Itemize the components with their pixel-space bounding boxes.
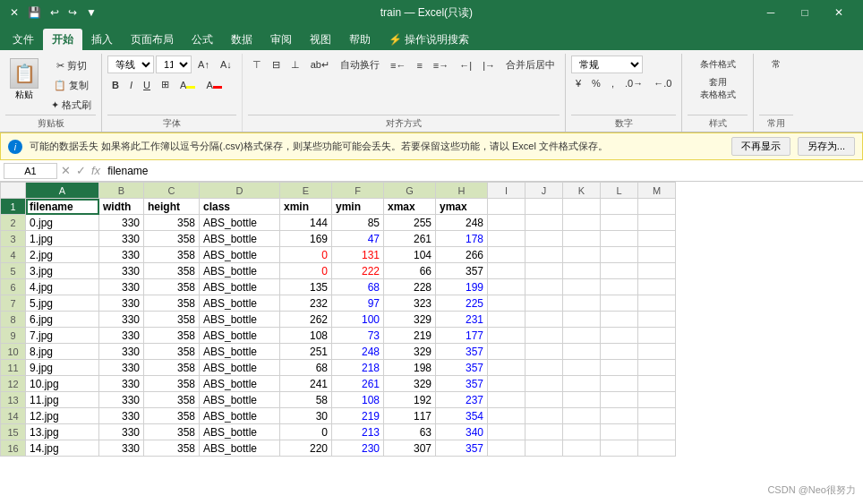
cell-r13-c7[interactable]: 237 <box>436 392 488 408</box>
indent-inc-btn[interactable]: |→ <box>478 56 500 74</box>
save-qa-btn[interactable]: 💾 <box>25 4 44 21</box>
formula-input[interactable] <box>104 165 859 177</box>
redo-qa-btn[interactable]: ↪ <box>65 4 80 21</box>
align-bottom-btn[interactable]: ⊥ <box>286 56 304 74</box>
percent-btn[interactable]: % <box>587 75 605 91</box>
row-header-11[interactable]: 11 <box>1 360 26 376</box>
more-qa-btn[interactable]: ▼ <box>83 4 99 21</box>
cell-r14-c9[interactable] <box>525 408 563 424</box>
increase-font-btn[interactable]: A↑ <box>193 56 214 73</box>
tab-file[interactable]: 文件 <box>4 29 43 50</box>
cell-r6-c0[interactable]: 4.jpg <box>26 279 99 295</box>
edit-btn[interactable]: 常 <box>759 56 793 73</box>
cell-r15-c8[interactable] <box>488 424 525 440</box>
cell-r11-c9[interactable] <box>525 360 563 376</box>
cell-r16-c9[interactable] <box>525 440 563 457</box>
cell-r7-c5[interactable]: 97 <box>332 295 384 312</box>
align-right-btn[interactable]: ≡→ <box>429 56 453 74</box>
cell-r5-c7[interactable]: 357 <box>436 263 488 279</box>
close-btn[interactable]: ✕ <box>822 0 856 25</box>
cell-r1-c6[interactable]: xmax <box>384 199 436 215</box>
bold-btn[interactable]: B <box>107 77 124 93</box>
cell-r10-c8[interactable] <box>488 344 525 360</box>
cell-r9-c3[interactable]: ABS_bottle <box>200 328 280 344</box>
cell-r3-c10[interactable] <box>563 231 601 247</box>
cell-r2-c6[interactable]: 255 <box>384 215 436 231</box>
format-table-btn[interactable]: 套用表格格式 <box>688 73 748 104</box>
cell-r6-c10[interactable] <box>563 279 601 295</box>
cell-r3-c11[interactable] <box>601 231 638 247</box>
cell-r7-c3[interactable]: ABS_bottle <box>200 295 280 312</box>
cell-r2-c8[interactable] <box>488 215 525 231</box>
saveas-btn[interactable]: 另存为... <box>798 137 855 156</box>
cell-r7-c11[interactable] <box>601 295 638 312</box>
autowrap-btn[interactable]: 自动换行 <box>336 56 384 74</box>
cell-r8-c11[interactable] <box>601 312 638 328</box>
cell-r4-c2[interactable]: 358 <box>144 247 200 263</box>
confirm-formula-icon[interactable]: ✓ <box>76 164 86 177</box>
cell-r3-c5[interactable]: 47 <box>332 231 384 247</box>
cell-r4-c5[interactable]: 131 <box>332 247 384 263</box>
cell-r2-c1[interactable]: 330 <box>99 215 144 231</box>
cell-r12-c6[interactable]: 329 <box>384 376 436 392</box>
cell-r6-c3[interactable]: ABS_bottle <box>200 279 280 295</box>
spreadsheet-container[interactable]: A B C D E F G H I J K L M 1filenamewidth… <box>0 182 863 504</box>
cell-r6-c7[interactable]: 199 <box>436 279 488 295</box>
decrease-decimal-btn[interactable]: ←.0 <box>649 75 676 91</box>
row-header-13[interactable]: 13 <box>1 392 26 408</box>
cell-r10-c0[interactable]: 8.jpg <box>26 344 99 360</box>
italic-btn[interactable]: I <box>125 77 137 93</box>
cell-r4-c0[interactable]: 2.jpg <box>26 247 99 263</box>
cell-r12-c7[interactable]: 357 <box>436 376 488 392</box>
cell-r9-c5[interactable]: 73 <box>332 328 384 344</box>
cell-r7-c1[interactable]: 330 <box>99 295 144 312</box>
cell-r14-c0[interactable]: 12.jpg <box>26 408 99 424</box>
cell-r9-c1[interactable]: 330 <box>99 328 144 344</box>
row-header-14[interactable]: 14 <box>1 408 26 424</box>
cell-r15-c7[interactable]: 340 <box>436 424 488 440</box>
cell-r12-c12[interactable] <box>638 376 676 392</box>
font-size-select[interactable]: 11 <box>156 56 192 73</box>
function-icon[interactable]: fx <box>91 164 100 177</box>
copy-btn[interactable]: 📋 复制 <box>47 76 96 95</box>
cell-r15-c0[interactable]: 13.jpg <box>26 424 99 440</box>
cell-r7-c7[interactable]: 225 <box>436 295 488 312</box>
tab-view[interactable]: 视图 <box>301 29 340 50</box>
row-header-1[interactable]: 1 <box>1 199 26 215</box>
conditional-format-btn[interactable]: 条件格式 <box>688 56 748 73</box>
cell-r14-c12[interactable] <box>638 408 676 424</box>
cancel-formula-icon[interactable]: ✕ <box>61 164 71 177</box>
col-B-header[interactable]: B <box>99 183 144 199</box>
cell-r2-c11[interactable] <box>601 215 638 231</box>
cell-r1-c7[interactable]: ymax <box>436 199 488 215</box>
cell-r14-c4[interactable]: 30 <box>280 408 332 424</box>
indent-dec-btn[interactable]: ←| <box>455 56 476 74</box>
cell-r8-c7[interactable]: 231 <box>436 312 488 328</box>
row-header-7[interactable]: 7 <box>1 295 26 312</box>
cell-r12-c9[interactable] <box>525 376 563 392</box>
cell-r5-c0[interactable]: 3.jpg <box>26 263 99 279</box>
cell-r2-c4[interactable]: 144 <box>280 215 332 231</box>
cell-r6-c8[interactable] <box>488 279 525 295</box>
cell-r9-c11[interactable] <box>601 328 638 344</box>
cell-r4-c9[interactable] <box>525 247 563 263</box>
cell-r9-c7[interactable]: 177 <box>436 328 488 344</box>
cell-r15-c3[interactable]: ABS_bottle <box>200 424 280 440</box>
cell-r10-c11[interactable] <box>601 344 638 360</box>
cell-r3-c0[interactable]: 1.jpg <box>26 231 99 247</box>
cell-r13-c10[interactable] <box>563 392 601 408</box>
cell-r8-c3[interactable]: ABS_bottle <box>200 312 280 328</box>
cell-r15-c1[interactable]: 330 <box>99 424 144 440</box>
cell-r16-c3[interactable]: ABS_bottle <box>200 440 280 457</box>
col-E-header[interactable]: E <box>280 183 332 199</box>
cell-r6-c5[interactable]: 68 <box>332 279 384 295</box>
tab-help[interactable]: 帮助 <box>340 29 380 50</box>
cell-r2-c10[interactable] <box>563 215 601 231</box>
cell-r10-c1[interactable]: 330 <box>99 344 144 360</box>
cell-r5-c10[interactable] <box>563 263 601 279</box>
cell-r11-c0[interactable]: 9.jpg <box>26 360 99 376</box>
col-C-header[interactable]: C <box>144 183 200 199</box>
cell-r14-c2[interactable]: 358 <box>144 408 200 424</box>
cell-r13-c0[interactable]: 11.jpg <box>26 392 99 408</box>
cell-r1-c1[interactable]: width <box>99 199 144 215</box>
